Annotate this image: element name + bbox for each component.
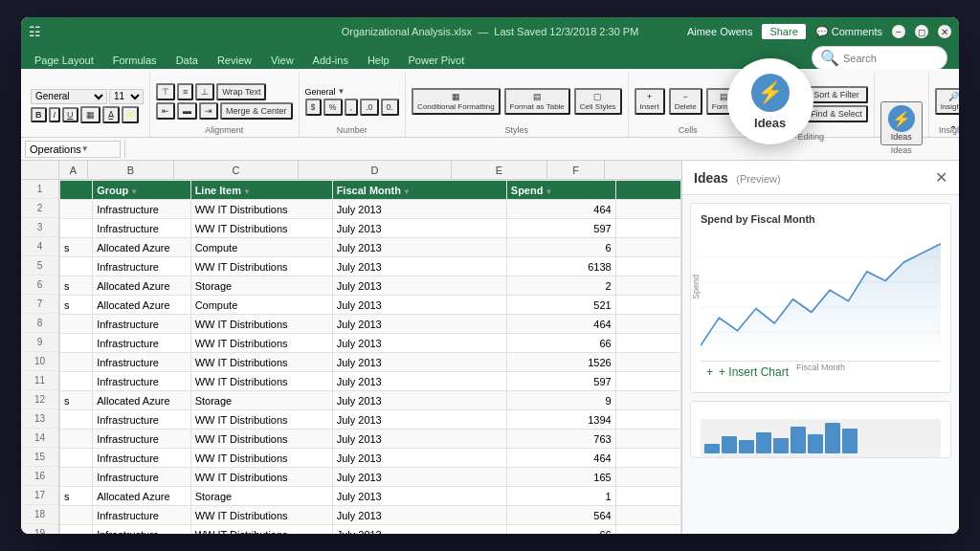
cell-4-4[interactable]: 2 bbox=[506, 276, 615, 296]
col-header-e[interactable]: E bbox=[452, 161, 547, 180]
cell-8-3[interactable]: July 2013 bbox=[332, 353, 506, 372]
sort-filter-button[interactable]: Sort & Filter bbox=[805, 86, 868, 103]
cell-16-2[interactable]: WW IT Distributions bbox=[190, 506, 332, 525]
italic-button[interactable]: I bbox=[49, 107, 61, 122]
cell-12-1[interactable]: Infrastructure bbox=[93, 430, 190, 449]
cell-14-5[interactable] bbox=[615, 468, 680, 487]
search-input[interactable] bbox=[843, 53, 939, 64]
cell-14-0[interactable] bbox=[60, 468, 93, 487]
cell-7-5[interactable] bbox=[615, 334, 680, 353]
insights-button[interactable]: 🔎 Insights bbox=[935, 88, 959, 115]
cell-5-0[interactable]: s bbox=[60, 296, 93, 315]
font-name-select[interactable]: General bbox=[31, 89, 107, 104]
cell-15-3[interactable]: July 2013 bbox=[332, 487, 506, 506]
cell-2-0[interactable]: s bbox=[60, 238, 93, 257]
cell-6-1[interactable]: Infrastructure bbox=[93, 315, 190, 334]
cell-14-4[interactable]: 165 bbox=[506, 468, 615, 487]
ideas-panel-close-button[interactable]: ✕ bbox=[935, 168, 947, 187]
wrap-text-button[interactable]: Wrap Text bbox=[216, 83, 266, 100]
cell-12-3[interactable]: July 2013 bbox=[332, 430, 506, 449]
cell-4-5[interactable] bbox=[615, 276, 680, 296]
tab-review[interactable]: Review bbox=[208, 52, 261, 69]
underline-button[interactable]: U bbox=[62, 107, 78, 122]
cell-9-5[interactable] bbox=[615, 372, 680, 391]
cell-5-3[interactable]: July 2013 bbox=[332, 296, 506, 315]
col-header-f[interactable]: F bbox=[547, 161, 605, 180]
cell-6-5[interactable] bbox=[615, 315, 680, 334]
tab-addins[interactable]: Add-ins bbox=[303, 52, 358, 69]
cell-10-2[interactable]: Storage bbox=[190, 391, 332, 410]
cell-16-4[interactable]: 564 bbox=[506, 506, 615, 525]
cell-6-4[interactable]: 464 bbox=[506, 315, 615, 334]
minimize-button[interactable]: − bbox=[892, 25, 905, 38]
cell-1-4[interactable]: 597 bbox=[506, 219, 615, 238]
cell-6-3[interactable]: July 2013 bbox=[332, 315, 506, 334]
cell-7-4[interactable]: 66 bbox=[506, 334, 615, 353]
borders-button[interactable]: ▦ bbox=[80, 106, 100, 123]
cell-13-2[interactable]: WW IT Distributions bbox=[190, 449, 332, 468]
conditional-formatting-button[interactable]: ▦ Conditional Formatting bbox=[412, 88, 500, 115]
comma-button[interactable]: , bbox=[345, 99, 359, 116]
cell-17-0[interactable] bbox=[60, 525, 93, 535]
cell-15-2[interactable]: Storage bbox=[190, 487, 332, 506]
tab-help[interactable]: Help bbox=[358, 52, 399, 69]
cell-0-4[interactable]: 464 bbox=[506, 200, 615, 219]
cell-13-0[interactable] bbox=[60, 449, 93, 468]
cell-2-5[interactable] bbox=[615, 238, 680, 257]
cell-8-0[interactable] bbox=[60, 353, 93, 372]
cell-4-1[interactable]: Allocated Azure bbox=[93, 276, 190, 296]
cell-15-4[interactable]: 1 bbox=[506, 487, 615, 506]
delete-button[interactable]: − Delete bbox=[669, 88, 702, 115]
find-select-button[interactable]: Find & Select bbox=[805, 105, 868, 122]
cell-styles-button[interactable]: ▢ Cell Styles bbox=[574, 88, 622, 115]
cell-12-5[interactable] bbox=[615, 430, 680, 449]
cell-10-4[interactable]: 9 bbox=[506, 391, 615, 410]
font-color-button[interactable]: A bbox=[122, 106, 139, 123]
cell-7-3[interactable]: July 2013 bbox=[332, 334, 506, 353]
cell-7-1[interactable]: Infrastructure bbox=[93, 334, 190, 353]
align-right-button[interactable]: ⇥ bbox=[199, 102, 218, 120]
format-as-table-button[interactable]: ▤ Format as Table bbox=[504, 88, 570, 115]
cell-4-0[interactable]: s bbox=[60, 276, 93, 296]
font-size-select[interactable]: 11 bbox=[109, 89, 144, 104]
tab-page-layout[interactable]: Page Layout bbox=[25, 52, 103, 69]
cell-14-2[interactable]: WW IT Distributions bbox=[190, 468, 332, 487]
cell-9-3[interactable]: July 2013 bbox=[332, 372, 506, 391]
name-box[interactable]: Operations ▼ bbox=[25, 141, 121, 158]
share-button[interactable]: Share bbox=[762, 24, 805, 39]
decrease-decimal-button[interactable]: .0 bbox=[360, 99, 379, 116]
align-center-button[interactable]: ▬ bbox=[177, 102, 197, 120]
cell-14-1[interactable]: Infrastructure bbox=[93, 468, 190, 487]
col-header-c[interactable]: C bbox=[174, 161, 299, 180]
col-header-d[interactable]: D bbox=[299, 161, 452, 180]
cell-15-5[interactable] bbox=[615, 487, 680, 506]
cell-11-2[interactable]: WW IT Distributions bbox=[190, 410, 332, 430]
cell-12-0[interactable] bbox=[60, 430, 93, 449]
cell-11-1[interactable]: Infrastructure bbox=[93, 410, 190, 430]
cell-12-2[interactable]: WW IT Distributions bbox=[190, 430, 332, 449]
currency-button[interactable]: $ bbox=[305, 99, 322, 116]
cell-16-3[interactable]: July 2013 bbox=[332, 506, 506, 525]
cell-13-1[interactable]: Infrastructure bbox=[93, 449, 190, 468]
cell-11-4[interactable]: 1394 bbox=[506, 410, 615, 430]
cell-2-4[interactable]: 6 bbox=[506, 238, 615, 257]
cell-13-4[interactable]: 464 bbox=[506, 449, 615, 468]
cell-17-4[interactable]: 66 bbox=[506, 525, 615, 535]
search-box[interactable]: 🔍 bbox=[812, 46, 947, 70]
cell-14-3[interactable]: July 2013 bbox=[332, 468, 506, 487]
ideas-button[interactable]: ⚡ Ideas bbox=[880, 101, 923, 145]
cell-3-4[interactable]: 6138 bbox=[506, 257, 615, 276]
collapse-ribbon-button[interactable]: ⌃ bbox=[949, 124, 957, 135]
cell-5-4[interactable]: 521 bbox=[506, 296, 615, 315]
percent-button[interactable]: % bbox=[323, 99, 343, 116]
increase-decimal-button[interactable]: 0. bbox=[381, 99, 400, 116]
cell-10-1[interactable]: Allocated Azure bbox=[93, 391, 190, 410]
cell-15-1[interactable]: Allocated Azure bbox=[93, 487, 190, 506]
cell-2-2[interactable]: Compute bbox=[190, 238, 332, 257]
col-header-b[interactable]: B bbox=[88, 161, 174, 180]
bold-button[interactable]: B bbox=[31, 107, 47, 122]
cell-10-3[interactable]: July 2013 bbox=[332, 391, 506, 410]
fill-color-button[interactable]: A̲ bbox=[102, 106, 120, 123]
cell-2-3[interactable]: July 2013 bbox=[332, 238, 506, 257]
cell-0-2[interactable]: WW IT Distributions bbox=[190, 200, 332, 219]
